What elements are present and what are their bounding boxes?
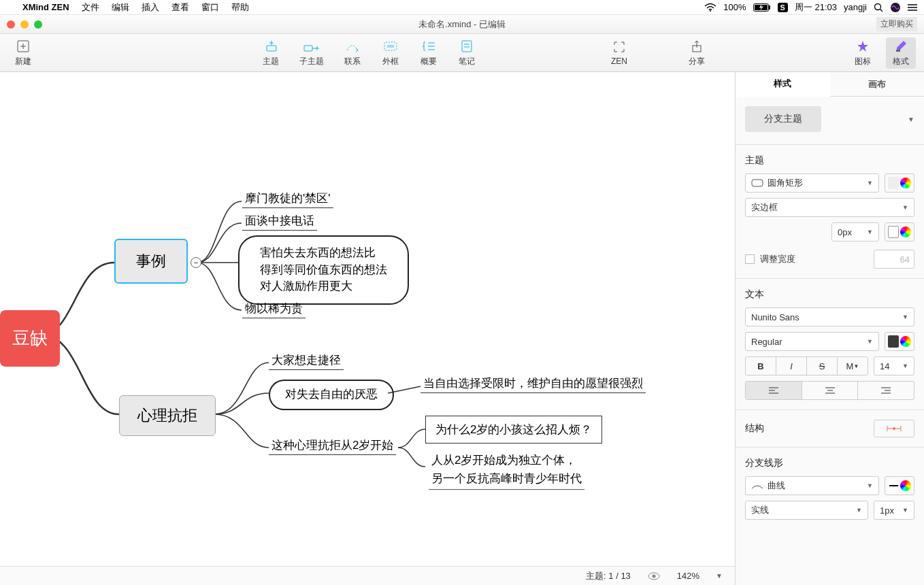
adjust-width-checkbox[interactable] — [745, 254, 755, 264]
leaf-resist-2[interactable]: 对失去自由的厌恶 — [269, 380, 394, 410]
status-user[interactable]: yangji — [844, 2, 867, 12]
relation-button[interactable]: 联系 — [337, 37, 367, 69]
visibility-icon[interactable] — [647, 571, 661, 581]
font-family-select[interactable]: Nunito Sans▼ — [745, 307, 914, 327]
leaf-resist-3b[interactable]: 人从2岁开始成为独立个体， 另一个反抗高峰时青少年时代 — [429, 450, 584, 490]
menu-edit[interactable]: 编辑 — [105, 1, 135, 14]
battery-icon[interactable] — [753, 3, 771, 12]
tab-style[interactable]: 样式 — [736, 72, 830, 97]
font-size-select[interactable]: 14▼ — [874, 356, 914, 375]
text-color-swatch[interactable] — [885, 332, 914, 351]
zoom-dropdown-icon[interactable]: ▼ — [716, 572, 723, 580]
zoom-level[interactable]: 142% — [677, 571, 699, 581]
leaf-resist-1[interactable]: 大家想走捷径 — [269, 351, 344, 370]
section-line: 分支线形 — [745, 457, 914, 469]
line-shape-select[interactable]: 曲线▼ — [745, 476, 879, 495]
line-color-swatch[interactable] — [885, 476, 914, 495]
case-button[interactable]: M ▼ — [838, 357, 868, 375]
border-width-select[interactable]: 0px▼ — [831, 222, 879, 241]
wifi-icon[interactable] — [704, 3, 716, 12]
svg-point-4 — [875, 3, 881, 10]
notifications-icon[interactable] — [908, 3, 919, 12]
color-wheel-icon — [900, 480, 911, 491]
italic-button[interactable]: I — [776, 357, 807, 375]
leaf-case-2[interactable]: 面谈中接电话 — [242, 212, 317, 231]
svg-rect-33 — [896, 50, 900, 52]
toolbar: 新建 主题 子主题 联系 外框 概要 — [0, 34, 924, 72]
fill-color-swatch[interactable] — [885, 173, 914, 193]
leaf-case-4[interactable]: 物以稀为贵 — [242, 299, 306, 318]
shape-select[interactable]: 圆角矩形 ▼ — [745, 173, 879, 193]
summary-button[interactable]: 概要 — [414, 37, 444, 69]
collapse-toggle[interactable]: − — [191, 257, 201, 268]
svg-rect-36 — [752, 180, 763, 186]
mindmap-canvas[interactable]: 豆缺 事例 − 摩门教徒的'禁区' 面谈中接电话 害怕失去东西的想法比 得到等同… — [0, 72, 735, 585]
format-button[interactable]: 格式 — [886, 37, 916, 69]
bold-button[interactable]: B — [746, 357, 776, 375]
menu-view[interactable]: 查看 — [165, 1, 195, 14]
color-wheel-icon — [900, 227, 911, 237]
node-resist[interactable]: 心理抗拒 — [119, 395, 216, 436]
root-node[interactable]: 豆缺 — [0, 310, 60, 367]
boundary-icon — [383, 39, 398, 54]
leaf-resist-3[interactable]: 这种心理抗拒从2岁开始 — [269, 436, 396, 455]
ime-icon[interactable]: S — [778, 3, 788, 12]
spotlight-icon[interactable] — [874, 3, 883, 12]
leaf-resist-2a[interactable]: 当自由选择受限时，维护自由的愿望很强烈 — [420, 374, 646, 393]
menu-help[interactable]: 帮助 — [225, 1, 255, 14]
align-center-button[interactable] — [802, 382, 859, 399]
share-button[interactable]: 分享 — [682, 37, 712, 69]
border-style-select[interactable]: 实边框▼ — [745, 198, 914, 217]
line-width-select[interactable]: 1px▼ — [874, 501, 914, 520]
adjust-width-input[interactable]: 64 — [874, 250, 914, 269]
leaf-case-1[interactable]: 摩门教徒的'禁区' — [242, 189, 333, 208]
svg-rect-16 — [267, 46, 276, 51]
svg-rect-19 — [304, 46, 312, 51]
menu-window[interactable]: 窗口 — [195, 1, 225, 14]
summary-icon — [421, 39, 436, 54]
node-case[interactable]: 事例 — [114, 239, 188, 284]
relation-icon — [345, 39, 360, 54]
buy-now-button[interactable]: 立即购买 — [876, 17, 917, 31]
line-style-select[interactable]: 实线▼ — [745, 501, 868, 520]
strike-button[interactable]: S — [807, 357, 838, 375]
topic-button[interactable]: 主题 — [256, 37, 286, 69]
zen-button[interactable]: ZEN — [604, 38, 634, 67]
minimize-window-button[interactable] — [20, 20, 29, 29]
tab-canvas[interactable]: 画布 — [830, 72, 925, 97]
font-weight-select[interactable]: Regular▼ — [745, 332, 879, 351]
align-right-button[interactable] — [858, 382, 914, 399]
siri-icon[interactable] — [890, 2, 901, 13]
structure-preview[interactable] — [874, 420, 914, 437]
note-icon — [460, 39, 474, 54]
border-color-swatch[interactable] — [885, 222, 914, 241]
leaf-resist-3a[interactable]: 为什么2岁的小孩这么招人烦？ — [425, 416, 602, 444]
leaf-case-3[interactable]: 害怕失去东西的想法比 得到等同价值东西的想法 对人激励作用更大 — [238, 235, 409, 305]
topic-type-chip[interactable]: 分支主题 — [745, 106, 821, 132]
zen-icon — [612, 39, 626, 54]
new-label: 新建 — [15, 56, 31, 67]
connector-lines — [0, 72, 735, 569]
topic-icon — [263, 39, 278, 54]
subtopic-button[interactable]: 子主题 — [294, 37, 329, 69]
status-time: 21:03 — [814, 2, 837, 12]
app-name[interactable]: XMind ZEN — [16, 2, 76, 12]
svg-point-10 — [908, 4, 909, 5]
share-icon — [690, 39, 704, 54]
brush-icon — [894, 39, 908, 54]
fullscreen-window-button[interactable] — [34, 20, 42, 29]
close-window-button[interactable] — [7, 20, 15, 29]
note-button[interactable]: 笔记 — [452, 37, 482, 69]
svg-point-11 — [908, 7, 909, 8]
new-button[interactable]: 新建 — [8, 37, 38, 69]
status-day: 周一 — [795, 1, 812, 14]
section-text: 文本 — [745, 288, 914, 301]
adjust-width-label: 调整宽度 — [760, 253, 795, 265]
mac-menubar: XMind ZEN 文件 编辑 插入 查看 窗口 帮助 100% S 周一 21… — [0, 0, 924, 15]
menu-file[interactable]: 文件 — [76, 1, 105, 14]
menu-insert[interactable]: 插入 — [135, 1, 165, 14]
chip-dropdown-icon[interactable]: ▼ — [908, 116, 914, 123]
align-left-button[interactable] — [746, 382, 802, 399]
icons-button[interactable]: 图标 — [848, 37, 878, 69]
boundary-button[interactable]: 外框 — [376, 37, 406, 69]
